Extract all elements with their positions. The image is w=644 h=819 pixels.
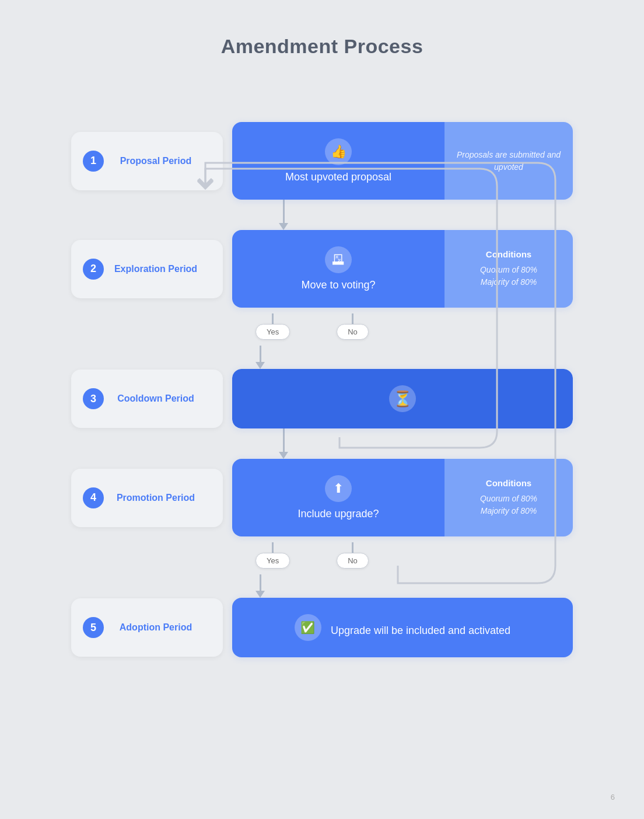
period-2-content: 🗳 Move to voting? Conditions Quorum of 8… [232,230,573,308]
no-4-pill: No [337,553,369,569]
yesno-2-row: Yes No [232,308,573,346]
period-2-main-text: Move to voting? [301,279,375,291]
footnote: 6 [611,793,615,801]
arrow-4-5 [256,574,573,598]
period-2-row: 2 Exploration Period 🗳 Move to voting? C… [71,230,573,308]
period-1-name: Proposal Period [103,156,192,166]
period-4-side-text: Quorum of 80% Majority of 80% [480,493,537,517]
period-1-main: 👍 Most upvoted proposal [232,122,444,200]
period-2-label: 2 Exploration Period [71,240,223,298]
period-2-side-title: Conditions [486,249,531,259]
period-4-side: Conditions Quorum of 80% Majority of 80% [444,459,573,536]
period-5-label: 5 Adoption Period [71,598,223,657]
period-3-main: ⏳ [232,369,573,428]
period-5-main: ✅ Upgrade will be included and activated [232,598,573,657]
period-4-name: Promotion Period [99,493,195,503]
diagram-container: 1 Proposal Period 👍 Most upvoted proposa… [71,87,573,657]
period-4-majority: Majority of 80% [481,506,537,515]
period-2-side: Conditions Quorum of 80% Majority of 80% [444,230,573,308]
period-2-side-text: Quorum of 80% Majority of 80% [480,264,537,288]
period-1-side: Proposals are submitted and upvoted [444,122,573,200]
period-3-row: 3 Cooldown Period ⏳ [71,369,573,428]
arrow-1-2 [279,200,573,230]
period-1-main-text: Most upvoted proposal [285,171,391,183]
period-4-side-title: Conditions [486,478,531,488]
period-5-main-text: Upgrade will be included and activated [331,625,510,637]
period-4-number: 4 [83,487,104,508]
period-5-row: 5 Adoption Period ✅ Upgrade will be incl… [71,598,573,657]
arrow-2-3 [256,346,573,369]
period-3-label: 3 Cooldown Period [71,370,223,428]
period-3-number: 3 [83,388,104,409]
period-5-name: Adoption Period [102,622,192,633]
ballot-icon: 🗳 [325,246,352,273]
period-2-main: 🗳 Move to voting? [232,230,444,308]
hourglass-icon: ⏳ [389,385,416,412]
upload-icon: ⬆ [325,475,352,502]
period-4-label: 4 Promotion Period [71,469,223,527]
period-4-quorum: Quorum of 80% [480,494,537,503]
period-1-side-text: Proposals are submitted and upvoted [456,149,561,173]
yesno-4-row: Yes No [232,536,573,574]
thumbsup-icon: 👍 [325,138,352,165]
period-2-majority: Majority of 80% [481,277,537,287]
period-2-quorum: Quorum of 80% [480,265,537,274]
period-4-content: ⬆ Include upgrade? Conditions Quorum of … [232,459,573,536]
period-1-number: 1 [83,151,104,172]
page-title: Amendment Process [221,35,424,58]
period-1-label: 1 Proposal Period [71,132,223,190]
period-4-main-text: Include upgrade? [298,508,379,520]
period-1-row: 1 Proposal Period 👍 Most upvoted proposa… [71,122,573,200]
yes-2-pill: Yes [256,324,290,340]
period-2-name: Exploration Period [97,264,197,274]
period-5-number: 5 [83,617,104,638]
period-3-name: Cooldown Period [100,393,194,404]
period-2-number: 2 [83,259,104,280]
period-4-main: ⬆ Include upgrade? [232,459,444,536]
arrow-3-4 [279,428,573,459]
no-2-pill: No [337,324,369,340]
yes-4-pill: Yes [256,553,290,569]
period-1-content: 👍 Most upvoted proposal Proposals are su… [232,122,573,200]
period-4-row: 4 Promotion Period ⬆ Include upgrade? Co… [71,459,573,536]
check-icon: ✅ [295,614,321,641]
